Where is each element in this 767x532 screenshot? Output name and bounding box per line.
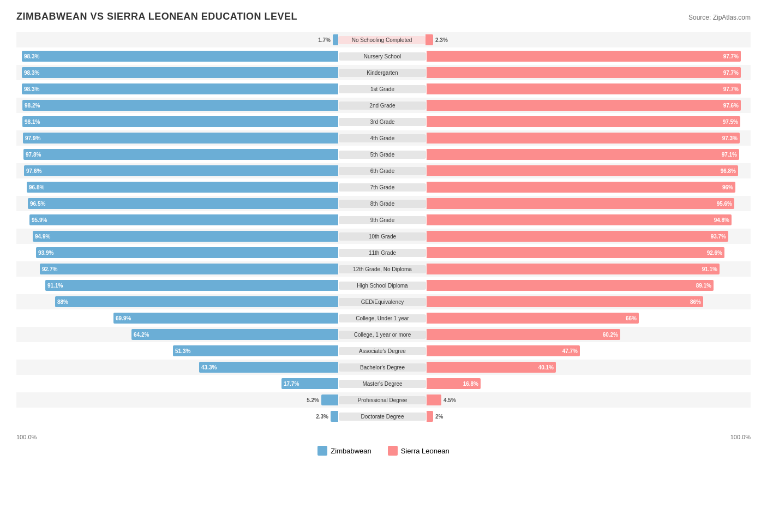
axis-right: 100.0% <box>730 434 751 440</box>
bar-row: 98.1% 3rd Grade 97.5% <box>16 114 751 129</box>
legend-item-blue: Zimbabwean <box>317 446 371 456</box>
pink-value: 97.1% <box>720 152 739 158</box>
pink-value: 94.8% <box>712 217 732 223</box>
bar-row: 5.2% Professional Degree 4.5% <box>16 392 751 408</box>
pink-value: 95.6% <box>715 201 734 207</box>
blue-value: 64.2% <box>131 332 151 338</box>
blue-value-outside: 2.3% <box>314 414 331 420</box>
axis-left: 100.0% <box>16 434 37 440</box>
bar-row: 97.6% 6th Grade 96.8% <box>16 163 751 178</box>
pink-value: 66% <box>624 315 639 321</box>
bar-row: 96.5% 8th Grade 95.6% <box>16 196 751 211</box>
blue-value: 98.1% <box>22 119 42 125</box>
blue-value: 43.3% <box>199 364 219 370</box>
blue-value: 88% <box>55 299 70 305</box>
blue-value: 95.9% <box>29 217 49 223</box>
pink-value: 96.8% <box>718 168 738 174</box>
blue-value: 51.3% <box>173 348 193 354</box>
bar-row: 98.2% 2nd Grade 97.6% <box>16 98 751 113</box>
bar-row: 96.8% 7th Grade 96% <box>16 180 751 195</box>
pink-value-outside: 2% <box>433 414 445 420</box>
pink-value: 91.1% <box>700 266 720 272</box>
pink-value: 60.2% <box>601 332 620 338</box>
pink-value: 40.1% <box>536 364 556 370</box>
blue-value: 96.5% <box>28 201 47 207</box>
bar-row: 1.7% No Schooling Completed 2.3% <box>16 32 751 47</box>
pink-value: 86% <box>688 299 703 305</box>
blue-value: 93.9% <box>36 250 56 256</box>
blue-value-outside: 5.2% <box>304 397 321 403</box>
bar-row: 43.3% Bachelor's Degree 40.1% <box>16 360 751 375</box>
blue-value: 97.8% <box>23 152 43 158</box>
bar-row: 98.3% Kindergarten 97.7% <box>16 65 751 80</box>
blue-value: 69.9% <box>113 315 133 321</box>
bar-row: 88% GED/Equivalency 86% <box>16 294 751 309</box>
bar-row: 95.9% 9th Grade 94.8% <box>16 212 751 228</box>
blue-value: 97.9% <box>23 135 43 141</box>
blue-value: 98.3% <box>22 86 41 92</box>
pink-value: 97.5% <box>721 119 740 125</box>
bar-row: 51.3% Associate's Degree 47.7% <box>16 343 751 358</box>
legend: Zimbabwean Sierra Leonean <box>16 446 751 456</box>
pink-value: 97.7% <box>721 70 741 76</box>
bar-row: 91.1% High School Diploma 89.1% <box>16 278 751 293</box>
blue-value: 96.8% <box>27 184 46 190</box>
pink-value: 97.3% <box>720 135 740 141</box>
pink-value: 97.7% <box>721 86 741 92</box>
blue-value: 17.7% <box>281 381 301 387</box>
pink-value: 16.8% <box>461 381 481 387</box>
pink-value: 97.6% <box>721 103 741 109</box>
bar-row: 17.7% Master's Degree 16.8% <box>16 376 751 391</box>
bar-row: 93.9% 11th Grade 92.6% <box>16 245 751 260</box>
pink-value: 96% <box>720 184 735 190</box>
blue-value: 94.9% <box>33 234 52 240</box>
legend-label-blue: Zimbabwean <box>331 447 371 455</box>
pink-value: 89.1% <box>694 283 714 289</box>
bar-row: 98.3% 1st Grade 97.7% <box>16 81 751 97</box>
blue-value: 97.6% <box>24 168 44 174</box>
axis-labels: 100.0% 100.0% <box>16 434 751 440</box>
chart-container: 1.7% No Schooling Completed 2.3% 98.3% N… <box>16 27 751 431</box>
blue-value: 98.3% <box>22 70 41 76</box>
blue-value: 98.3% <box>22 53 41 59</box>
blue-value: 91.1% <box>45 283 65 289</box>
bar-row: 69.9% College, Under 1 year 66% <box>16 310 751 326</box>
blue-value: 92.7% <box>40 266 59 272</box>
bar-row: 98.3% Nursery School 97.7% <box>16 49 751 64</box>
pink-value: 2.3% <box>433 37 450 43</box>
blue-value: 98.2% <box>22 103 42 109</box>
bar-row: 97.9% 4th Grade 97.3% <box>16 130 751 146</box>
bar-row: 92.7% 12th Grade, No Diploma 91.1% <box>16 261 751 277</box>
legend-item-pink: Sierra Leonean <box>388 446 450 456</box>
legend-label-pink: Sierra Leonean <box>401 447 450 455</box>
pink-value: 97.7% <box>721 53 741 59</box>
bar-row: 94.9% 10th Grade 93.7% <box>16 229 751 244</box>
pink-value: 47.7% <box>560 348 580 354</box>
pink-value-outside: 4.5% <box>441 397 458 403</box>
legend-box-pink <box>388 446 398 456</box>
pink-value: 92.6% <box>705 250 724 256</box>
bar-row: 97.8% 5th Grade 97.1% <box>16 147 751 162</box>
blue-value: 1.7% <box>316 37 333 43</box>
bar-row: 64.2% College, 1 year or more 60.2% <box>16 327 751 342</box>
legend-box-blue <box>317 446 327 456</box>
pink-value: 93.7% <box>709 234 728 240</box>
bar-row: 2.3% Doctorate Degree 2% <box>16 409 751 424</box>
